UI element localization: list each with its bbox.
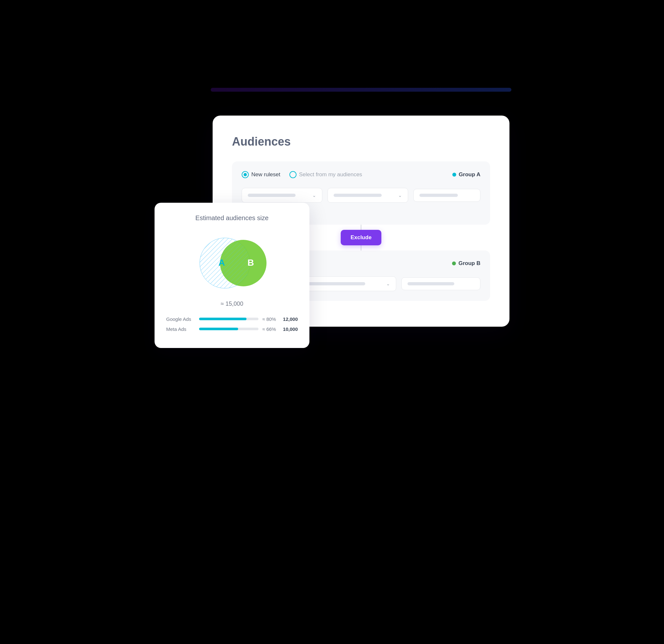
progress-track-meta	[199, 328, 258, 330]
group-b-badge: Group B	[452, 260, 480, 267]
radio-circle-select-audiences	[289, 171, 296, 178]
estimated-audiences-card: Estimated audiences size	[154, 203, 309, 348]
exclude-button[interactable]: Exclude	[341, 230, 381, 245]
group-a-header: New ruleset Select from my audiences Gro…	[242, 171, 480, 178]
estimated-title: Estimated audiences size	[166, 214, 298, 222]
progress-fill-meta	[199, 328, 238, 330]
dropdown-b-3[interactable]	[401, 277, 480, 290]
group-b-label: Group B	[458, 260, 480, 267]
radio-tabs: New ruleset Select from my audiences	[242, 171, 362, 178]
radio-new-ruleset[interactable]: New ruleset	[242, 171, 281, 178]
radio-select-audiences[interactable]: Select from my audiences	[289, 171, 362, 178]
stats-row-google: Google Ads ≈ 80% 12,000	[166, 316, 298, 322]
progress-fill-google	[199, 318, 247, 320]
chevron-down-icon-1: ⌄	[312, 193, 316, 198]
stats-label-meta: Meta Ads	[166, 326, 195, 332]
dropdown-3-placeholder	[419, 194, 458, 197]
chevron-down-icon-2: ⌄	[398, 193, 402, 198]
dropdown-1-placeholder	[248, 194, 295, 197]
dropdown-2[interactable]: ⌄	[328, 188, 408, 203]
radio-label-select-audiences: Select from my audiences	[299, 172, 362, 178]
dropdown-b-2[interactable]: ⌄	[301, 276, 396, 291]
approx-size: ≈ 15,000	[166, 301, 298, 307]
group-a-dropdowns: ⌄ ⌄	[242, 188, 480, 203]
stats-label-google: Google Ads	[166, 316, 195, 322]
dropdown-b-2-placeholder	[307, 282, 365, 285]
dropdown-2-placeholder	[334, 194, 381, 197]
stats-percent-meta: ≈ 66%	[262, 326, 278, 332]
dropdown-b-3-placeholder	[408, 282, 454, 285]
page-title: Audiences	[232, 135, 490, 148]
dropdown-1[interactable]: ⌄	[242, 188, 322, 203]
group-a-badge: Group A	[452, 172, 480, 178]
svg-text:B: B	[247, 258, 254, 268]
svg-text:A: A	[219, 258, 225, 268]
chevron-down-icon-b2: ⌄	[386, 281, 390, 286]
group-a-label: Group A	[459, 172, 480, 178]
group-a-dot	[452, 173, 456, 177]
radio-circle-new-ruleset	[242, 171, 249, 178]
dropdown-3[interactable]	[413, 189, 480, 202]
stats-count-google: 12,000	[282, 316, 298, 322]
stats-count-meta: 10,000	[282, 326, 298, 332]
radio-label-new-ruleset: New ruleset	[251, 172, 281, 178]
stats-percent-google: ≈ 80%	[262, 316, 278, 322]
group-b-dot	[452, 261, 456, 265]
stats-row-meta: Meta Ads ≈ 66% 10,000	[166, 326, 298, 332]
progress-track-google	[199, 318, 258, 320]
venn-diagram: A B	[190, 231, 274, 295]
